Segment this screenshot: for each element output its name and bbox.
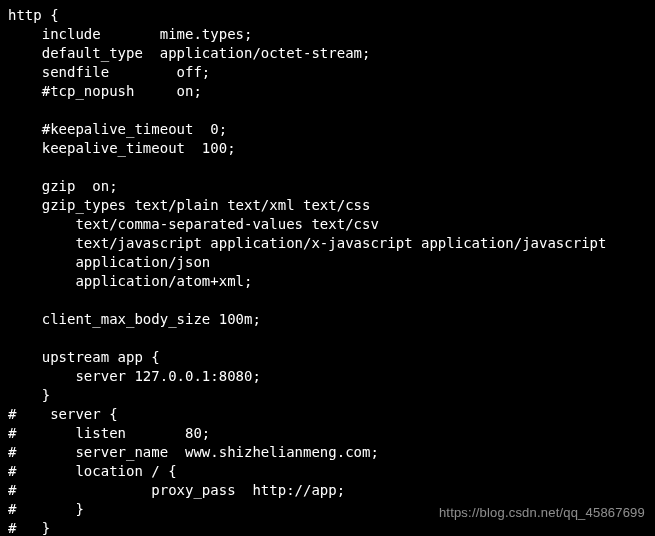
nginx-config-code: http { include mime.types; default_type …	[0, 0, 655, 536]
code-line: # location / {	[8, 463, 177, 479]
code-line: application/atom+xml;	[8, 273, 252, 289]
code-line: #keepalive_timeout 0;	[8, 121, 227, 137]
code-line: text/comma-separated-values text/csv	[8, 216, 379, 232]
code-line: keepalive_timeout 100;	[8, 140, 236, 156]
code-line: #tcp_nopush on;	[8, 83, 202, 99]
code-line: # }	[8, 520, 50, 536]
code-line: # proxy_pass http://app;	[8, 482, 345, 498]
code-line: http {	[8, 7, 59, 23]
code-line: include mime.types;	[8, 26, 252, 42]
watermark-text: https://blog.csdn.net/qq_45867699	[439, 503, 645, 522]
code-line: sendfile off;	[8, 64, 210, 80]
code-line: # server {	[8, 406, 118, 422]
code-line: gzip_types text/plain text/xml text/css	[8, 197, 370, 213]
code-line: gzip on;	[8, 178, 118, 194]
code-line: application/json	[8, 254, 210, 270]
code-line: upstream app {	[8, 349, 160, 365]
code-line: client_max_body_size 100m;	[8, 311, 261, 327]
code-line: }	[8, 387, 50, 403]
code-line: # listen 80;	[8, 425, 210, 441]
code-line: # }	[8, 501, 84, 517]
code-line: text/javascript application/x-javascript…	[8, 235, 606, 251]
code-line: server 127.0.0.1:8080;	[8, 368, 261, 384]
code-line: # server_name www.shizhelianmeng.com;	[8, 444, 379, 460]
code-line: default_type application/octet-stream;	[8, 45, 370, 61]
